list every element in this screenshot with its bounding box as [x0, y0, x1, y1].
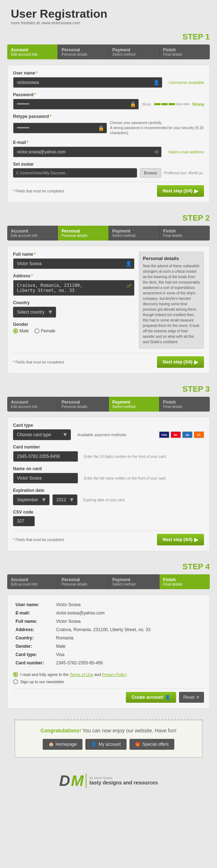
- tab-account-1[interactable]: Account Edit account info: [7, 44, 58, 59]
- card-type-select-wrapper: Choose card type Visa MasterCard America…: [13, 429, 71, 440]
- address-label: Address*: [13, 273, 135, 278]
- location-icon: ☍: [127, 283, 132, 289]
- gender-female[interactable]: Female: [34, 328, 55, 333]
- summary-val-username: Victor Sosea: [54, 601, 203, 609]
- summary-val-country: Romania: [54, 634, 203, 642]
- username-input[interactable]: [13, 77, 162, 88]
- next-step-4-button[interactable]: Next step (4/4) ▶: [157, 534, 204, 545]
- tab-personal-1-sub: Personal details: [61, 52, 105, 56]
- gender-radio-group: Male Female: [13, 328, 135, 333]
- tab-finish-2[interactable]: Finish Final details: [159, 226, 210, 241]
- gender-label: Gender: [13, 322, 135, 327]
- csv-row: [13, 516, 204, 526]
- tab-finish-1-sub: Final details: [163, 52, 206, 56]
- table-row: Address: Craiova, Romania, 231100, Liber…: [14, 626, 203, 634]
- tab-payment-4[interactable]: Payment Select method: [109, 574, 159, 589]
- name-on-card-hint: Enter the full name written on the front…: [84, 476, 166, 480]
- password-input[interactable]: [13, 99, 139, 110]
- avatar-field-group: Set avatar C:\Users\Victor\My Docume... …: [13, 162, 204, 178]
- tab-account-1-title: Account: [11, 47, 54, 52]
- next-step-2-button[interactable]: Next step (2/4) ▶: [157, 185, 204, 197]
- tab-account-3[interactable]: Account Edit account info: [7, 397, 58, 412]
- header-subtitle: more freebies at: www.victorsosea.com: [11, 21, 206, 25]
- reset-button[interactable]: Reset ✕: [179, 692, 204, 703]
- avatar-label: Set avatar: [13, 162, 204, 167]
- next-step-3-button[interactable]: Next step (3/4) ▶: [157, 356, 204, 368]
- terms-label: I read and fully agree to the Terms of U…: [20, 672, 127, 677]
- tab-personal-4[interactable]: Personal Personal details: [58, 574, 109, 589]
- table-row: Full name: Victor Sosea: [14, 618, 203, 625]
- card-number-label: Card number: [13, 444, 204, 450]
- address-input[interactable]: Craiova, Romania, 231100, Liberty Street…: [13, 280, 135, 296]
- step1-section: STEP 1 Account Edit account info Persona…: [0, 29, 217, 210]
- country-select[interactable]: Select country Romania USA: [13, 307, 56, 318]
- step4-form: User name: Victor Sosea E-mail: victor.s…: [7, 595, 210, 709]
- step3-section: STEP 3 Account Edit account info Persona…: [0, 381, 217, 558]
- summary-key-cardtype: Card type:: [14, 651, 54, 659]
- step2-section: STEP 2 Account Edit account info Persona…: [0, 210, 217, 381]
- special-offers-button[interactable]: 🎁 Special offers: [129, 739, 175, 750]
- strength-weak-label: Weak: [142, 102, 151, 106]
- country-field-group: Country Select country Romania USA ▼: [13, 300, 135, 318]
- year-select[interactable]: 201220132014: [52, 494, 77, 505]
- female-label: Female: [41, 328, 55, 333]
- username-input-row: 👤 Username available: [13, 77, 204, 88]
- tab-personal-3[interactable]: Personal Personal details: [58, 397, 109, 412]
- personal-details-box: Personal details Now the advent of these…: [139, 252, 204, 349]
- summary-key-fullname: Full name:: [14, 618, 54, 625]
- homepage-button[interactable]: 🏠 Homepage: [43, 739, 83, 750]
- card-type-select[interactable]: Choose card type Visa MasterCard America…: [13, 429, 71, 440]
- privacy-policy-link[interactable]: Privacy Policy: [102, 672, 127, 677]
- male-radio-dot: [13, 328, 18, 333]
- account-icon: 👤: [91, 742, 97, 747]
- congrats-text: Congratulations! You can now enjoy our w…: [22, 728, 195, 733]
- tab-payment-3[interactable]: Payment Select method: [109, 397, 159, 412]
- visa-icon: VISA: [159, 431, 169, 438]
- month-select[interactable]: September JanuaryFebruaryMarch AprilMayJ…: [13, 494, 50, 505]
- step2-form: Full name* 👤 Address* Craiova, Romania, …: [7, 246, 210, 374]
- email-input[interactable]: [13, 146, 162, 157]
- newsletter-radio[interactable]: [13, 679, 18, 684]
- card-type-label: Card type: [13, 423, 204, 428]
- logo-divider: [86, 774, 86, 788]
- tab-finish-1[interactable]: Finish Final details: [159, 44, 210, 59]
- tab-account-4[interactable]: Account Edit account info: [7, 574, 58, 589]
- footer-logo: D M by Victor Sosea tasty designs and re…: [0, 765, 217, 797]
- summary-val-cardtype: Visa: [54, 651, 203, 659]
- tab-payment-1-title: Payment: [112, 47, 156, 52]
- fields-note-1: * Fields that must be completed.: [13, 189, 65, 193]
- tab-personal-1[interactable]: Personal Personal details: [58, 44, 109, 59]
- bar-seg-3: [169, 103, 175, 105]
- bar-seg-1: [154, 103, 161, 105]
- card-number-input[interactable]: [13, 451, 78, 462]
- step4-section: STEP 4 Account Edit account info Persona…: [0, 558, 217, 716]
- expiration-field-group: Expiration date September JanuaryFebruar…: [13, 488, 204, 505]
- email-field-group: E-mail* ✉ Valid e-mail address: [13, 140, 204, 157]
- terms-row: I read and fully agree to the Terms of U…: [13, 672, 204, 677]
- my-account-button[interactable]: 👤 My account: [85, 739, 126, 750]
- avatar-path: C:\Users\Victor\My Docume...: [13, 168, 137, 178]
- terms-of-use-link[interactable]: Terms of Use: [70, 672, 93, 677]
- step2-right: Personal details Now the advent of these…: [139, 252, 204, 349]
- tab-payment-2[interactable]: Payment Select method: [109, 226, 159, 241]
- email-label: E-mail*: [13, 140, 204, 145]
- logo-text: by Victor Sosea tasty designs and resour…: [89, 776, 158, 786]
- tab-account-2[interactable]: Account Edit account info: [7, 226, 58, 241]
- tab-finish-3[interactable]: Finish Final details: [159, 397, 210, 412]
- name-on-card-input[interactable]: [13, 473, 78, 484]
- tab-finish-4[interactable]: Finish Final details: [159, 574, 210, 589]
- fullname-input[interactable]: [13, 258, 135, 269]
- gender-field-group: Gender Male Female: [13, 322, 135, 333]
- retype-password-input[interactable]: [13, 123, 107, 133]
- gender-male[interactable]: Male: [13, 328, 29, 333]
- tab-payment-1[interactable]: Payment Select method: [109, 44, 159, 59]
- tab-personal-2[interactable]: Personal Personal details: [58, 226, 109, 241]
- male-label: Male: [20, 328, 29, 333]
- create-account-button[interactable]: Create account 👤: [126, 692, 176, 703]
- csv-input[interactable]: [13, 516, 35, 526]
- available-payment-label: Available payment methods: [77, 433, 126, 437]
- action-row: Create account 👤 Reset ✕: [13, 689, 204, 703]
- browse-button[interactable]: Browse: [140, 168, 161, 178]
- terms-checkbox[interactable]: [13, 672, 18, 677]
- step2-form-footer: * Fields that must be completed. Next st…: [13, 353, 204, 368]
